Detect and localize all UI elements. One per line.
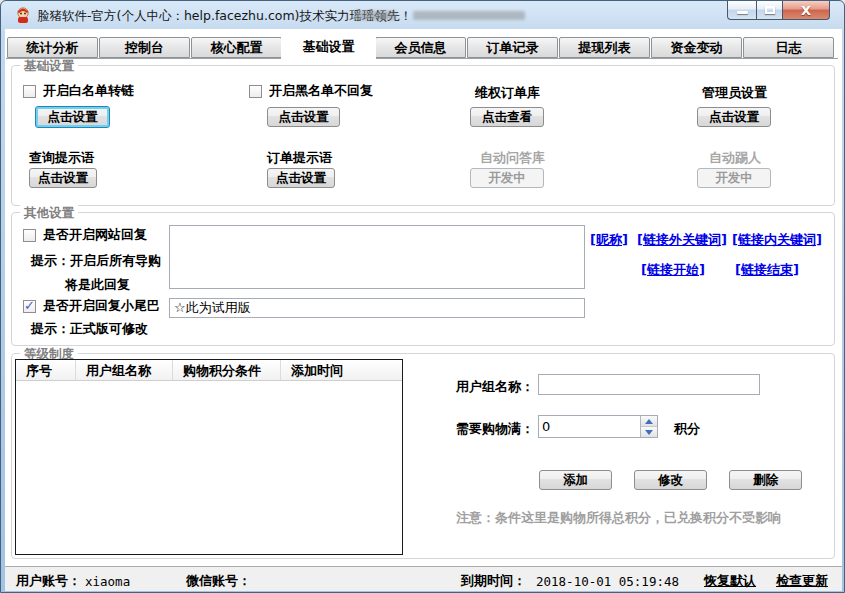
reply-tail-checkbox-row[interactable]: 是否开启回复小尾巴 — [23, 297, 160, 315]
points-required-label: 需要购物满： — [456, 420, 534, 438]
auto-kick-label: 自动踢人 — [709, 149, 761, 167]
white-list-checkbox-row[interactable]: 开启白名单转链 — [23, 82, 134, 100]
website-reply-checkbox[interactable] — [23, 229, 36, 242]
spinner-up-button[interactable] — [641, 416, 657, 427]
website-reply-label: 是否开启网站回复 — [43, 226, 147, 244]
level-note: 注意：条件这里是购物所得总积分，已兑换积分不受影响 — [456, 509, 781, 527]
level-table: 序号 用户组名称 购物积分条件 添加时间 — [15, 359, 403, 555]
white-list-settings-button[interactable]: 点击设置 — [35, 106, 110, 128]
tab-stats[interactable]: 统计分析 — [7, 37, 98, 58]
website-reply-hint-line2: 将是此回复 — [65, 276, 130, 294]
rights-orders-view-button[interactable]: 点击查看 — [470, 107, 544, 127]
admin-settings-button[interactable]: 点击设置 — [697, 107, 771, 127]
black-list-label: 开启黑名单不回复 — [269, 82, 373, 100]
minimize-button[interactable] — [727, 1, 756, 20]
add-button[interactable]: 添加 — [539, 470, 612, 490]
arrow-down-icon — [645, 430, 653, 435]
insert-nickname-link[interactable]: [昵称] — [590, 231, 628, 249]
column-header-groupname[interactable]: 用户组名称 — [76, 360, 173, 380]
account-value: xiaoma — [85, 574, 130, 589]
app-icon[interactable] — [14, 6, 32, 24]
title-bar: 脸猪软件-官方(个人中心：help.facezhu.com)技术实力瑶瑶领先！ … — [1, 1, 844, 29]
column-header-condition[interactable]: 购物积分条件 — [173, 360, 281, 380]
insert-link-end-link[interactable]: [链接结束] — [735, 261, 799, 279]
tab-console[interactable]: 控制台 — [99, 37, 190, 58]
window-controls: X — [727, 1, 830, 20]
account-label: 用户账号： — [16, 572, 81, 590]
website-reply-checkbox-row[interactable]: 是否开启网站回复 — [23, 226, 147, 244]
tab-member-info[interactable]: 会员信息 — [375, 37, 466, 58]
query-prompt-settings-button[interactable]: 点击设置 — [29, 168, 97, 188]
redacted-text — [354, 11, 396, 20]
reply-tail-checkbox[interactable] — [23, 300, 36, 313]
delete-button[interactable]: 删除 — [729, 470, 802, 490]
white-list-checkbox[interactable] — [23, 85, 36, 98]
tab-core-config[interactable]: 核心配置 — [191, 37, 282, 58]
redacted-text — [413, 11, 525, 20]
auto-qa-developing-button: 开发中 — [470, 168, 544, 188]
level-table-body — [16, 381, 402, 555]
close-icon: X — [801, 4, 811, 17]
app-window: 脸猪软件-官方(个人中心：help.facezhu.com)技术实力瑶瑶领先！ … — [0, 0, 845, 593]
black-list-checkbox-row[interactable]: 开启黑名单不回复 — [249, 82, 373, 100]
level-table-header: 序号 用户组名称 购物积分条件 添加时间 — [16, 360, 402, 381]
maximize-icon — [765, 6, 775, 14]
points-unit-label: 积分 — [674, 420, 700, 438]
spinner-arrows — [640, 416, 657, 437]
insert-link-start-link[interactable]: [链接开始] — [641, 261, 705, 279]
admin-settings-label: 管理员设置 — [702, 84, 767, 102]
reply-tail-input[interactable] — [169, 298, 585, 318]
group-basic-legend: 基础设置 — [20, 58, 78, 75]
status-bar: 用户账号： xiaoma 微信账号： 到期时间： 2018-10-01 05:1… — [5, 566, 842, 591]
auto-kick-developing-button: 开发中 — [697, 168, 771, 188]
auto-qa-label: 自动问答库 — [480, 149, 545, 167]
reply-tail-label: 是否开启回复小尾巴 — [43, 297, 160, 315]
points-input[interactable] — [539, 416, 640, 437]
column-header-addtime[interactable]: 添加时间 — [281, 360, 402, 380]
website-reply-hint-line1: 提示：开启后所有导购 — [31, 252, 161, 270]
close-button[interactable]: X — [783, 1, 830, 20]
order-prompt-label: 订单提示语 — [267, 149, 332, 167]
black-list-settings-button[interactable]: 点击设置 — [267, 107, 340, 127]
expire-value: 2018-10-01 05:19:48 — [536, 574, 679, 589]
order-prompt-settings-button[interactable]: 点击设置 — [267, 168, 335, 188]
spinner-down-button[interactable] — [641, 427, 657, 437]
restore-defaults-link[interactable]: 恢复默认 — [704, 572, 756, 590]
rights-orders-label: 维权订单库 — [475, 84, 540, 102]
reply-tail-hint: 提示：正式版可修改 — [31, 320, 148, 338]
tab-funds-change[interactable]: 资金变动 — [651, 37, 742, 58]
white-list-label: 开启白名单转链 — [43, 82, 134, 100]
group-other-legend: 其他设置 — [20, 205, 78, 222]
minimize-icon — [737, 11, 748, 14]
group-name-input[interactable] — [538, 374, 760, 395]
wechat-label: 微信账号： — [186, 572, 251, 590]
column-header-index[interactable]: 序号 — [16, 360, 76, 380]
arrow-up-icon — [645, 419, 653, 424]
black-list-checkbox[interactable] — [249, 85, 262, 98]
tab-order-records[interactable]: 订单记录 — [467, 37, 558, 58]
tab-log[interactable]: 日志 — [743, 37, 834, 58]
tab-basic-settings[interactable]: 基础设置 — [281, 34, 376, 60]
query-prompt-label: 查询提示语 — [29, 149, 94, 167]
maximize-button[interactable] — [756, 1, 783, 20]
points-spinner — [538, 415, 658, 438]
insert-link-inner-keyword-link[interactable]: [链接内关键词] — [732, 231, 822, 249]
website-reply-textarea[interactable] — [169, 225, 585, 289]
tab-withdraw-list[interactable]: 提现列表 — [559, 37, 650, 58]
modify-button[interactable]: 修改 — [634, 470, 707, 490]
check-update-link[interactable]: 检查更新 — [776, 572, 828, 590]
group-name-label: 用户组名称： — [456, 378, 534, 396]
expire-label: 到期时间： — [461, 572, 526, 590]
insert-link-outer-keyword-link[interactable]: [链接外关键词] — [637, 231, 727, 249]
tab-strip-border — [6, 58, 838, 59]
